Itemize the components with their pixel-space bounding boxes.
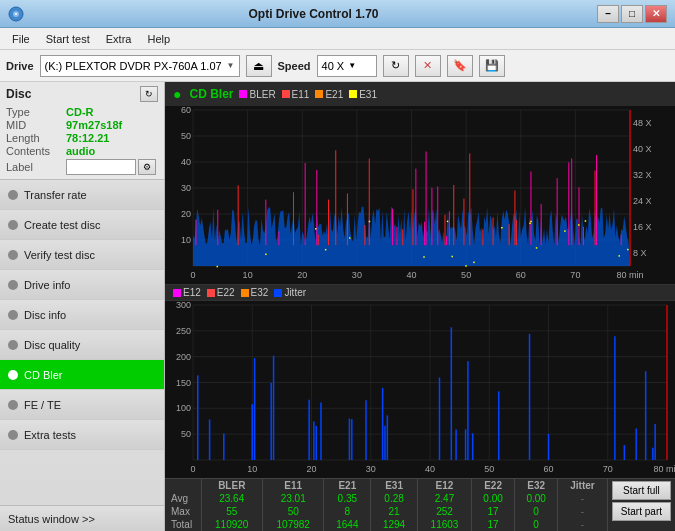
avg-e32: 0.00 xyxy=(515,492,558,505)
max-e32: 0 xyxy=(515,505,558,518)
total-e11: 107982 xyxy=(262,518,323,531)
disc-label-gear-button[interactable]: ⚙ xyxy=(138,159,156,175)
bookmark-button[interactable]: 🔖 xyxy=(447,55,473,77)
drive-bar: Drive (K:) PLEXTOR DVDR PX-760A 1.07 ▼ ⏏… xyxy=(0,50,675,82)
nav-dot xyxy=(8,400,18,410)
clear-button[interactable]: ✕ xyxy=(415,55,441,77)
legend-jitter: Jitter xyxy=(274,287,306,298)
menu-file[interactable]: File xyxy=(4,31,38,47)
max-bler: 55 xyxy=(201,505,262,518)
sidebar-item-drive-info[interactable]: Drive info xyxy=(0,270,164,300)
max-e31: 21 xyxy=(371,505,418,518)
title-bar: Opti Drive Control 1.70 – □ ✕ xyxy=(0,0,675,28)
window-title: Opti Drive Control 1.70 xyxy=(30,7,597,21)
data-table: BLER E11 E21 E31 E12 E22 E32 Jitter xyxy=(165,478,675,531)
disc-refresh-button[interactable]: ↻ xyxy=(140,86,158,102)
menu-start-test[interactable]: Start test xyxy=(38,31,98,47)
legend-e12: E12 xyxy=(173,287,201,298)
main-layout: Disc ↻ Type CD-R MID 97m27s18f Length 78… xyxy=(0,82,675,531)
menu-help[interactable]: Help xyxy=(139,31,178,47)
legend-e32: E32 xyxy=(241,287,269,298)
disc-mid-label: MID xyxy=(6,119,66,131)
sidebar-item-disc-info[interactable]: Disc info xyxy=(0,300,164,330)
status-window-label: Status window >> xyxy=(8,513,95,525)
nav-dot xyxy=(8,340,18,350)
table-row-avg: Avg 23.64 23.01 0.35 0.28 2.47 0.00 0.00… xyxy=(165,492,607,505)
sidebar-item-verify-test-disc[interactable]: Verify test disc xyxy=(0,240,164,270)
col-header-e32: E32 xyxy=(515,479,558,492)
avg-e22: 0.00 xyxy=(472,492,515,505)
nav-label: Verify test disc xyxy=(24,249,95,261)
col-header-bler: BLER xyxy=(201,479,262,492)
status-window-button[interactable]: Status window >> xyxy=(0,505,164,531)
max-jitter: - xyxy=(558,505,608,518)
nav-label: CD Bler xyxy=(24,369,63,381)
refresh-button[interactable]: ↻ xyxy=(383,55,409,77)
legend-e11: E11 xyxy=(282,89,310,100)
nav-dot xyxy=(8,370,18,380)
nav-label: Drive info xyxy=(24,279,70,291)
avg-bler: 23.64 xyxy=(201,492,262,505)
disc-contents-value: audio xyxy=(66,145,95,157)
nav-label: Create test disc xyxy=(24,219,100,231)
nav-label: Disc info xyxy=(24,309,66,321)
disc-length-value: 78:12.21 xyxy=(66,132,109,144)
sidebar-item-disc-quality[interactable]: Disc quality xyxy=(0,330,164,360)
sidebar-item-transfer-rate[interactable]: Transfer rate xyxy=(0,180,164,210)
sidebar-item-extra-tests[interactable]: Extra tests xyxy=(0,420,164,450)
total-jitter: - xyxy=(558,518,608,531)
svg-point-2 xyxy=(15,13,17,15)
avg-e21: 0.35 xyxy=(324,492,371,505)
table-row-max: Max 55 50 8 21 252 17 0 - xyxy=(165,505,607,518)
speed-value: 40 X xyxy=(322,60,345,72)
disc-length-label: Length xyxy=(6,132,66,144)
sidebar-item-create-test-disc[interactable]: Create test disc xyxy=(0,210,164,240)
avg-label: Avg xyxy=(165,492,201,505)
drive-select-arrow: ▼ xyxy=(227,61,235,70)
eject-button[interactable]: ⏏ xyxy=(246,55,272,77)
speed-select[interactable]: 40 X ▼ xyxy=(317,55,377,77)
app-icon xyxy=(8,6,24,22)
disc-mid-value: 97m27s18f xyxy=(66,119,122,131)
table-row-total: Total 110920 107982 1644 1294 11603 17 0… xyxy=(165,518,607,531)
action-buttons: Start full Start part xyxy=(608,479,675,531)
disc-label-input[interactable] xyxy=(66,159,136,175)
legend-e31: E31 xyxy=(349,89,377,100)
max-e12: 252 xyxy=(417,505,471,518)
col-header-jitter: Jitter xyxy=(558,479,608,492)
col-header-e11: E11 xyxy=(262,479,323,492)
max-e21: 8 xyxy=(324,505,371,518)
sidebar: Disc ↻ Type CD-R MID 97m27s18f Length 78… xyxy=(0,82,165,531)
speed-arrow: ▼ xyxy=(348,61,356,70)
nav-dot xyxy=(8,250,18,260)
col-header-label xyxy=(165,479,201,492)
max-e11: 50 xyxy=(262,505,323,518)
close-button[interactable]: ✕ xyxy=(645,5,667,23)
col-header-e22: E22 xyxy=(472,479,515,492)
avg-e31: 0.28 xyxy=(371,492,418,505)
maximize-button[interactable]: □ xyxy=(621,5,643,23)
sidebar-item-fe-te[interactable]: FE / TE xyxy=(0,390,164,420)
disc-type-label: Type xyxy=(6,106,66,118)
nav-dot xyxy=(8,430,18,440)
disc-title: Disc xyxy=(6,87,31,101)
menu-extra[interactable]: Extra xyxy=(98,31,140,47)
minimize-button[interactable]: – xyxy=(597,5,619,23)
speed-label: Speed xyxy=(278,60,311,72)
charts-wrapper: E12 E22 E32 Jitter xyxy=(165,106,675,478)
chart-header: ● CD Bler BLER E11 E21 E31 xyxy=(165,82,675,106)
nav-label: Extra tests xyxy=(24,429,76,441)
start-full-button[interactable]: Start full xyxy=(612,481,671,500)
nav-dot xyxy=(8,220,18,230)
sidebar-item-cd-bler[interactable]: CD Bler xyxy=(0,360,164,390)
top-chart xyxy=(165,106,675,284)
save-button[interactable]: 💾 xyxy=(479,55,505,77)
col-header-e12: E12 xyxy=(417,479,471,492)
start-part-button[interactable]: Start part xyxy=(612,502,671,521)
disc-type-value: CD-R xyxy=(66,106,94,118)
total-bler: 110920 xyxy=(201,518,262,531)
disc-panel: Disc ↻ Type CD-R MID 97m27s18f Length 78… xyxy=(0,82,164,180)
avg-jitter: - xyxy=(558,492,608,505)
nav-dot xyxy=(8,190,18,200)
drive-select[interactable]: (K:) PLEXTOR DVDR PX-760A 1.07 ▼ xyxy=(40,55,240,77)
